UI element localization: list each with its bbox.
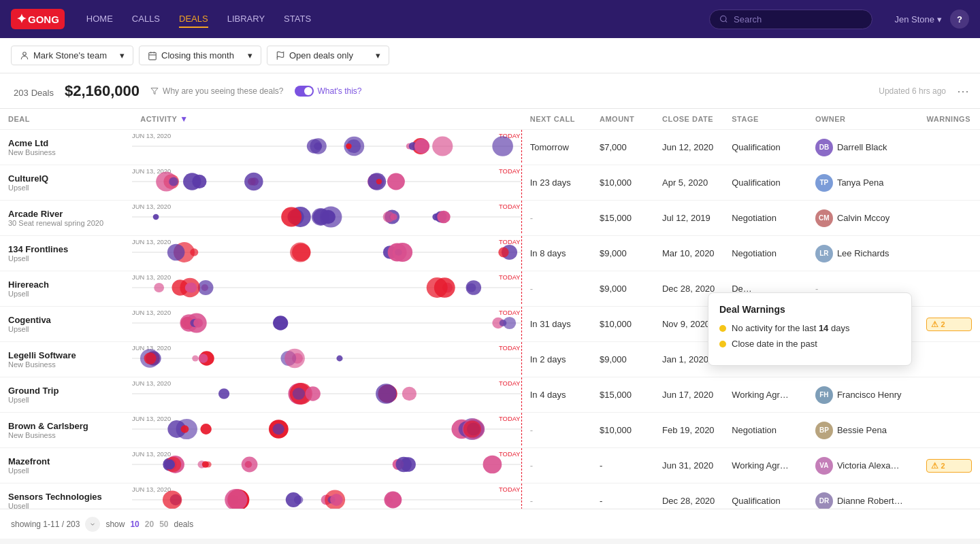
help-button[interactable]: ? [950, 10, 969, 29]
svg-point-181 [330, 494, 343, 506]
popup-item-2-text: Close date in the past [732, 339, 817, 349]
table-row[interactable]: MazefrontUpsellJUN 13, 2020TODAY--Jun 31… [0, 448, 980, 483]
navigation: ✦ GONG HOME CALLS DEALS LIBRARY STATS Je… [0, 0, 980, 38]
expand-button[interactable] [85, 517, 100, 532]
svg-point-175 [163, 490, 182, 509]
owner-info: CMCalvin Mccoy [815, 209, 911, 227]
amount-cell: $9,000 [591, 271, 654, 307]
avatar: DB [815, 139, 833, 156]
search-container [709, 10, 872, 29]
team-filter[interactable]: Mark Stone's team ▾ [11, 46, 133, 65]
owner-name: Tanya Pena [837, 177, 884, 188]
stage-cell: Qualification [723, 165, 807, 201]
table-row[interactable]: Brown & CarlsbergNew BusinessJUN 13, 202… [0, 413, 980, 448]
activity-cell: JUN 13, 2020TODAY [132, 307, 522, 342]
svg-point-119 [284, 349, 305, 369]
table-row[interactable]: Arcade River30 Seat renewal spring 2020J… [0, 201, 980, 236]
status-filter[interactable]: Open deals only ▾ [267, 46, 389, 65]
col-amount: AMOUNT [591, 109, 654, 130]
activity-cell: JUN 13, 2020TODAY [132, 448, 522, 483]
next-call-cell: Tomorrow [522, 130, 591, 165]
toggle[interactable] [295, 86, 314, 97]
warnings-cell [918, 130, 980, 165]
svg-point-22 [414, 139, 429, 153]
svg-text:JUN 13, 2020: JUN 13, 2020 [132, 203, 171, 210]
svg-point-18 [493, 136, 514, 156]
svg-point-124 [402, 387, 416, 401]
warnings-cell [918, 342, 980, 377]
svg-text:TODAY: TODAY [499, 415, 520, 422]
col-activity: ACTIVITY ▼ [132, 109, 522, 130]
table-row[interactable]: Acme LtdNew BusinessJUN 13, 2020TODAYTom… [0, 130, 980, 165]
nav-deals[interactable]: DEALS [179, 11, 208, 28]
stage-cell: Qualification [723, 130, 807, 165]
nav-library[interactable]: LIBRARY [227, 11, 265, 28]
avatar: LR [815, 245, 833, 262]
svg-point-145 [181, 425, 189, 432]
amount-cell: $10,000 [591, 165, 654, 201]
stage-cell: Negotiation [723, 236, 807, 271]
popup-item-1: No activity for the last 14 days [719, 323, 900, 333]
next-call-cell: In 4 days [522, 377, 591, 413]
warning-badge[interactable]: ⚠2 [926, 318, 972, 331]
nav-home[interactable]: HOME [86, 11, 113, 28]
svg-text:JUN 13, 2020: JUN 13, 2020 [132, 309, 171, 316]
table-row[interactable]: 134 FrontlinesUpsellJUN 13, 2020TODAYIn … [0, 236, 980, 271]
warning-badge[interactable]: ⚠2 [926, 459, 972, 473]
flag-icon [276, 51, 285, 61]
deal-cell: Sensors TechnologiesUpsell [0, 483, 132, 509]
owner-info: DBDarrell Black [815, 139, 911, 156]
warnings-cell [918, 165, 980, 201]
svg-text:JUN 13, 2020: JUN 13, 2020 [132, 486, 171, 493]
svg-point-161 [483, 456, 502, 474]
table-row[interactable]: Sensors TechnologiesUpsellJUN 13, 2020TO… [0, 483, 980, 509]
closing-filter[interactable]: Closing this month ▾ [139, 46, 261, 65]
avatar: BP [815, 422, 833, 439]
team-filter-chevron: ▾ [120, 50, 125, 61]
svg-point-113 [144, 352, 157, 364]
owner-info: FHFrancisco Henry [815, 386, 911, 404]
closing-filter-label: Closing this month [161, 50, 234, 61]
status-filter-chevron: ▾ [376, 50, 380, 61]
stage-cell: Negotiation [723, 201, 807, 236]
whats-this[interactable]: What's this? [295, 86, 362, 97]
svg-point-129 [306, 386, 321, 401]
svg-point-109 [337, 356, 343, 362]
warning-icon: ⚠ [931, 320, 938, 329]
user-name: Jen Stone [894, 14, 934, 24]
deal-name: Sensors Technologies [8, 492, 124, 502]
next-call-cell: - [522, 413, 591, 448]
user-menu[interactable]: Jen Stone ▾ [894, 14, 942, 24]
svg-point-51 [391, 214, 397, 220]
amount-cell: $15,000 [591, 201, 654, 236]
svg-point-127 [293, 388, 305, 400]
svg-point-55 [281, 207, 301, 227]
filter-info[interactable]: Why are you seeing these deals? [150, 86, 283, 96]
team-icon [20, 51, 29, 61]
show-50-button[interactable]: 50 [159, 520, 168, 529]
deal-type: Upsell [8, 290, 124, 298]
amount-cell: $9,000 [591, 342, 654, 377]
owner-name: Lee Richards [837, 248, 889, 258]
search-input[interactable] [734, 14, 862, 24]
deal-name: Hirereach [8, 279, 124, 290]
table-row[interactable]: CultureIQUpsellJUN 13, 2020TODAYIn 23 da… [0, 165, 980, 201]
svg-point-131 [376, 384, 397, 403]
show-10-button[interactable]: 10 [130, 520, 139, 529]
popup-title: Deal Warnings [719, 304, 900, 315]
updated-text: Updated 6 hrs ago [879, 86, 946, 96]
svg-text:TODAY: TODAY [499, 309, 520, 316]
nav-right: Jen Stone ▾ ? [894, 10, 969, 29]
nav-calls[interactable]: CALLS [132, 11, 160, 28]
deal-type: New Business [8, 148, 124, 156]
owner-name: Victoria Alexa… [837, 460, 900, 471]
show-20-button[interactable]: 20 [145, 520, 154, 529]
table-row[interactable]: Ground TripUpsellJUN 13, 2020TODAYIn 4 d… [0, 377, 980, 413]
activity-filter-icon[interactable]: ▼ [180, 114, 188, 124]
stage-cell: Working Agr… [723, 377, 807, 413]
more-options-button[interactable]: ⋯ [957, 84, 969, 99]
nav-stats[interactable]: STATS [284, 11, 311, 28]
svg-point-142 [201, 424, 212, 435]
deal-name: Mazefront [8, 456, 124, 466]
activity-cell: JUN 13, 2020TODAY [132, 236, 522, 271]
